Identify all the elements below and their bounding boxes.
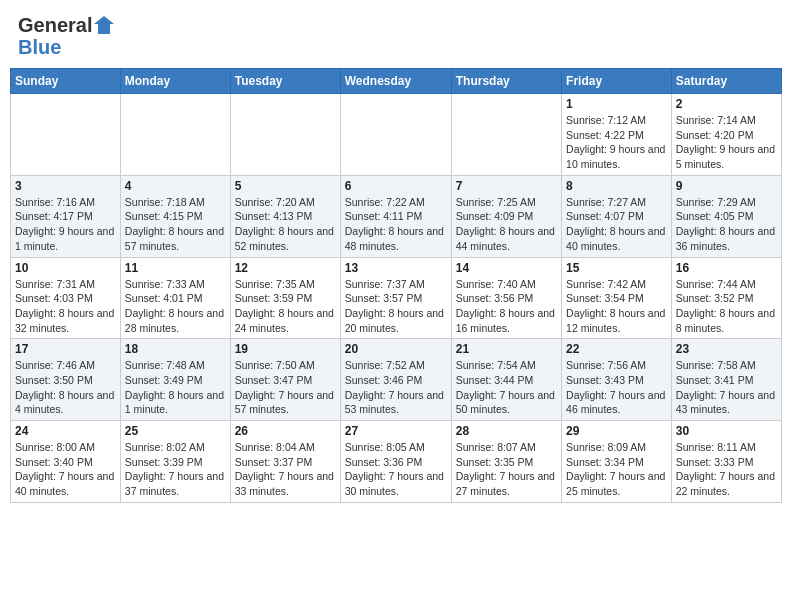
day-cell (451, 94, 561, 176)
day-info: Sunrise: 7:58 AM Sunset: 3:41 PM Dayligh… (676, 358, 777, 417)
day-cell: 13Sunrise: 7:37 AM Sunset: 3:57 PM Dayli… (340, 257, 451, 339)
day-number: 5 (235, 179, 336, 193)
day-number: 12 (235, 261, 336, 275)
day-info: Sunrise: 7:48 AM Sunset: 3:49 PM Dayligh… (125, 358, 226, 417)
day-number: 17 (15, 342, 116, 356)
header-saturday: Saturday (671, 69, 781, 94)
day-cell: 11Sunrise: 7:33 AM Sunset: 4:01 PM Dayli… (120, 257, 230, 339)
logo-blue: Blue (18, 36, 61, 58)
day-number: 1 (566, 97, 667, 111)
day-cell: 16Sunrise: 7:44 AM Sunset: 3:52 PM Dayli… (671, 257, 781, 339)
day-number: 24 (15, 424, 116, 438)
day-cell: 20Sunrise: 7:52 AM Sunset: 3:46 PM Dayli… (340, 339, 451, 421)
day-cell (230, 94, 340, 176)
day-info: Sunrise: 7:12 AM Sunset: 4:22 PM Dayligh… (566, 113, 667, 172)
day-number: 4 (125, 179, 226, 193)
day-info: Sunrise: 7:46 AM Sunset: 3:50 PM Dayligh… (15, 358, 116, 417)
day-info: Sunrise: 7:37 AM Sunset: 3:57 PM Dayligh… (345, 277, 447, 336)
day-cell: 28Sunrise: 8:07 AM Sunset: 3:35 PM Dayli… (451, 421, 561, 503)
day-number: 15 (566, 261, 667, 275)
day-number: 2 (676, 97, 777, 111)
calendar-header-row: SundayMondayTuesdayWednesdayThursdayFrid… (11, 69, 782, 94)
day-info: Sunrise: 7:50 AM Sunset: 3:47 PM Dayligh… (235, 358, 336, 417)
day-cell: 29Sunrise: 8:09 AM Sunset: 3:34 PM Dayli… (562, 421, 672, 503)
week-row-2: 10Sunrise: 7:31 AM Sunset: 4:03 PM Dayli… (11, 257, 782, 339)
day-info: Sunrise: 7:25 AM Sunset: 4:09 PM Dayligh… (456, 195, 557, 254)
day-info: Sunrise: 7:33 AM Sunset: 4:01 PM Dayligh… (125, 277, 226, 336)
day-number: 13 (345, 261, 447, 275)
header-friday: Friday (562, 69, 672, 94)
day-number: 18 (125, 342, 226, 356)
day-number: 16 (676, 261, 777, 275)
day-info: Sunrise: 8:09 AM Sunset: 3:34 PM Dayligh… (566, 440, 667, 499)
day-number: 26 (235, 424, 336, 438)
day-info: Sunrise: 7:40 AM Sunset: 3:56 PM Dayligh… (456, 277, 557, 336)
day-cell: 21Sunrise: 7:54 AM Sunset: 3:44 PM Dayli… (451, 339, 561, 421)
day-number: 27 (345, 424, 447, 438)
day-info: Sunrise: 8:07 AM Sunset: 3:35 PM Dayligh… (456, 440, 557, 499)
day-number: 28 (456, 424, 557, 438)
day-number: 19 (235, 342, 336, 356)
logo-text: General Blue (18, 14, 116, 58)
day-number: 11 (125, 261, 226, 275)
day-number: 20 (345, 342, 447, 356)
day-number: 6 (345, 179, 447, 193)
day-cell (120, 94, 230, 176)
day-cell: 15Sunrise: 7:42 AM Sunset: 3:54 PM Dayli… (562, 257, 672, 339)
day-cell: 30Sunrise: 8:11 AM Sunset: 3:33 PM Dayli… (671, 421, 781, 503)
day-number: 7 (456, 179, 557, 193)
week-row-1: 3Sunrise: 7:16 AM Sunset: 4:17 PM Daylig… (11, 175, 782, 257)
page-header: General Blue (10, 10, 782, 62)
day-cell (340, 94, 451, 176)
day-info: Sunrise: 7:14 AM Sunset: 4:20 PM Dayligh… (676, 113, 777, 172)
day-cell: 24Sunrise: 8:00 AM Sunset: 3:40 PM Dayli… (11, 421, 121, 503)
logo-general: General (18, 14, 92, 36)
day-info: Sunrise: 7:31 AM Sunset: 4:03 PM Dayligh… (15, 277, 116, 336)
day-info: Sunrise: 8:00 AM Sunset: 3:40 PM Dayligh… (15, 440, 116, 499)
header-thursday: Thursday (451, 69, 561, 94)
header-monday: Monday (120, 69, 230, 94)
day-cell: 14Sunrise: 7:40 AM Sunset: 3:56 PM Dayli… (451, 257, 561, 339)
day-info: Sunrise: 7:52 AM Sunset: 3:46 PM Dayligh… (345, 358, 447, 417)
day-info: Sunrise: 8:02 AM Sunset: 3:39 PM Dayligh… (125, 440, 226, 499)
day-info: Sunrise: 7:22 AM Sunset: 4:11 PM Dayligh… (345, 195, 447, 254)
header-wednesday: Wednesday (340, 69, 451, 94)
day-info: Sunrise: 7:16 AM Sunset: 4:17 PM Dayligh… (15, 195, 116, 254)
day-info: Sunrise: 7:29 AM Sunset: 4:05 PM Dayligh… (676, 195, 777, 254)
week-row-4: 24Sunrise: 8:00 AM Sunset: 3:40 PM Dayli… (11, 421, 782, 503)
day-number: 3 (15, 179, 116, 193)
day-info: Sunrise: 7:44 AM Sunset: 3:52 PM Dayligh… (676, 277, 777, 336)
day-cell: 1Sunrise: 7:12 AM Sunset: 4:22 PM Daylig… (562, 94, 672, 176)
week-row-0: 1Sunrise: 7:12 AM Sunset: 4:22 PM Daylig… (11, 94, 782, 176)
day-cell: 9Sunrise: 7:29 AM Sunset: 4:05 PM Daylig… (671, 175, 781, 257)
day-number: 22 (566, 342, 667, 356)
day-number: 21 (456, 342, 557, 356)
day-info: Sunrise: 7:56 AM Sunset: 3:43 PM Dayligh… (566, 358, 667, 417)
day-cell (11, 94, 121, 176)
day-number: 10 (15, 261, 116, 275)
day-number: 30 (676, 424, 777, 438)
day-info: Sunrise: 8:05 AM Sunset: 3:36 PM Dayligh… (345, 440, 447, 499)
day-info: Sunrise: 7:35 AM Sunset: 3:59 PM Dayligh… (235, 277, 336, 336)
logo: General Blue (18, 14, 116, 58)
header-sunday: Sunday (11, 69, 121, 94)
day-cell: 22Sunrise: 7:56 AM Sunset: 3:43 PM Dayli… (562, 339, 672, 421)
day-info: Sunrise: 7:42 AM Sunset: 3:54 PM Dayligh… (566, 277, 667, 336)
day-info: Sunrise: 7:18 AM Sunset: 4:15 PM Dayligh… (125, 195, 226, 254)
day-info: Sunrise: 8:11 AM Sunset: 3:33 PM Dayligh… (676, 440, 777, 499)
day-number: 23 (676, 342, 777, 356)
day-number: 9 (676, 179, 777, 193)
day-info: Sunrise: 7:20 AM Sunset: 4:13 PM Dayligh… (235, 195, 336, 254)
day-number: 8 (566, 179, 667, 193)
day-number: 14 (456, 261, 557, 275)
logo-arrow-icon (94, 14, 116, 36)
calendar-table: SundayMondayTuesdayWednesdayThursdayFrid… (10, 68, 782, 503)
day-cell: 12Sunrise: 7:35 AM Sunset: 3:59 PM Dayli… (230, 257, 340, 339)
day-info: Sunrise: 7:27 AM Sunset: 4:07 PM Dayligh… (566, 195, 667, 254)
day-cell: 7Sunrise: 7:25 AM Sunset: 4:09 PM Daylig… (451, 175, 561, 257)
day-cell: 2Sunrise: 7:14 AM Sunset: 4:20 PM Daylig… (671, 94, 781, 176)
day-cell: 26Sunrise: 8:04 AM Sunset: 3:37 PM Dayli… (230, 421, 340, 503)
day-cell: 5Sunrise: 7:20 AM Sunset: 4:13 PM Daylig… (230, 175, 340, 257)
header-tuesday: Tuesday (230, 69, 340, 94)
day-number: 25 (125, 424, 226, 438)
